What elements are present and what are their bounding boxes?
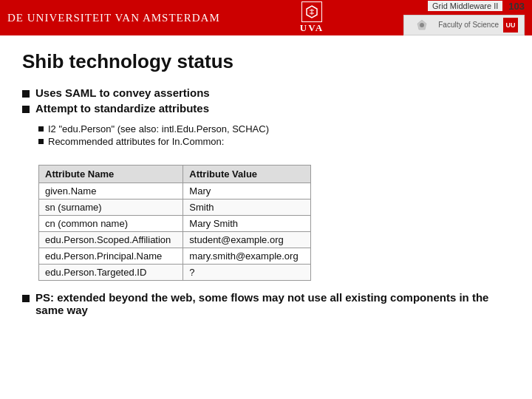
- table-row: given.NameMary: [39, 183, 311, 200]
- attr-name-cell: edu.Person.Scoped.Affiliation: [39, 232, 183, 248]
- attr-name-cell: edu.Person.Targeted.ID: [39, 265, 183, 281]
- table-row: edu.Person.Principal.Namemary.smith@exam…: [39, 248, 311, 265]
- bullet-1: Uses SAML to convey assertions: [22, 86, 510, 99]
- attr-value-cell: ?: [183, 265, 310, 281]
- sub-bullet-icon-2: [38, 139, 44, 144]
- university-logo: De Universiteit van Amsterdam: [7, 12, 220, 24]
- slide-info: Grid Middleware II 103: [428, 1, 525, 12]
- table-row: edu.Person.Targeted.ID?: [39, 265, 311, 281]
- sub-bullet-1-text: I2 "edu.Person" (see also: intl.Edu.Pers…: [48, 123, 269, 134]
- sub-bullet-list: I2 "edu.Person" (see also: intl.Edu.Pers…: [38, 123, 269, 149]
- header: De Universiteit van Amsterdam UvA Grid M…: [0, 0, 532, 35]
- table-row: sn (surname)Smith: [39, 200, 311, 216]
- attr-value-cell: mary.smith@example.org: [183, 248, 310, 265]
- table-row: cn (common name)Mary Smith: [39, 216, 311, 232]
- ps-bullet-icon: [22, 295, 30, 302]
- sub-bullet-icon-1: [38, 126, 44, 132]
- bullet-1-text: Uses SAML to convey assertions: [35, 86, 210, 99]
- bullet-icon-1: [22, 90, 30, 98]
- attributes-table: Attribute Name Attribute Value given.Nam…: [38, 165, 311, 281]
- svg-point-3: [420, 23, 424, 27]
- sub-bullet-1: I2 "edu.Person" (see also: intl.Edu.Pers…: [38, 123, 269, 134]
- slide-title: Grid Middleware II: [428, 1, 502, 11]
- attr-value-cell: student@example.org: [183, 232, 310, 248]
- attr-name-cell: cn (common name): [39, 216, 183, 232]
- faculty-label: Faculty of Science: [438, 21, 499, 29]
- header-right: Grid Middleware II 103 Faculty of Scienc…: [403, 1, 525, 35]
- university-name: De Universiteit van Amsterdam: [7, 12, 220, 24]
- attr-value-cell: Smith: [183, 200, 310, 216]
- attr-value-cell: Mary: [183, 183, 310, 200]
- header-center: UvA: [300, 1, 324, 34]
- faculty-logo-icon: [410, 18, 434, 33]
- table-header-row: Attribute Name Attribute Value: [39, 166, 311, 183]
- sub-bullet-2-text: Recommended attributes for In.Common:: [48, 136, 224, 147]
- sub-bullet-2: Recommended attributes for In.Common:: [38, 136, 269, 147]
- bullet-icon-2: [22, 106, 30, 113]
- table-row: edu.Person.Scoped.Affiliationstudent@exa…: [39, 232, 311, 248]
- uu-icon: UU: [503, 18, 518, 33]
- attr-value-cell: Mary Smith: [183, 216, 310, 232]
- attr-name-cell: given.Name: [39, 183, 183, 200]
- attr-name-cell: sn (surname): [39, 200, 183, 216]
- col-header-value: Attribute Value: [183, 166, 310, 183]
- uva-label: UvA: [300, 22, 324, 34]
- ps-bullet: PS: extended beyond the web, some flows …: [22, 291, 510, 316]
- coat-of-arms-icon: [301, 1, 322, 22]
- bullet-2: Attempt to standardize attributes I2 "ed…: [22, 102, 510, 154]
- ps-text: PS: extended beyond the web, some flows …: [35, 291, 510, 316]
- slide-number: 103: [508, 1, 525, 12]
- page-title: Shib technology status: [22, 50, 510, 73]
- main-content: Shib technology status Uses SAML to conv…: [0, 35, 532, 328]
- main-bullets: Uses SAML to convey assertions Attempt t…: [22, 86, 510, 154]
- col-header-name: Attribute Name: [39, 166, 183, 183]
- faculty-badge: Faculty of Science UU: [403, 15, 525, 35]
- attr-name-cell: edu.Person.Principal.Name: [39, 248, 183, 265]
- bullet-2-text: Attempt to standardize attributes: [35, 102, 209, 115]
